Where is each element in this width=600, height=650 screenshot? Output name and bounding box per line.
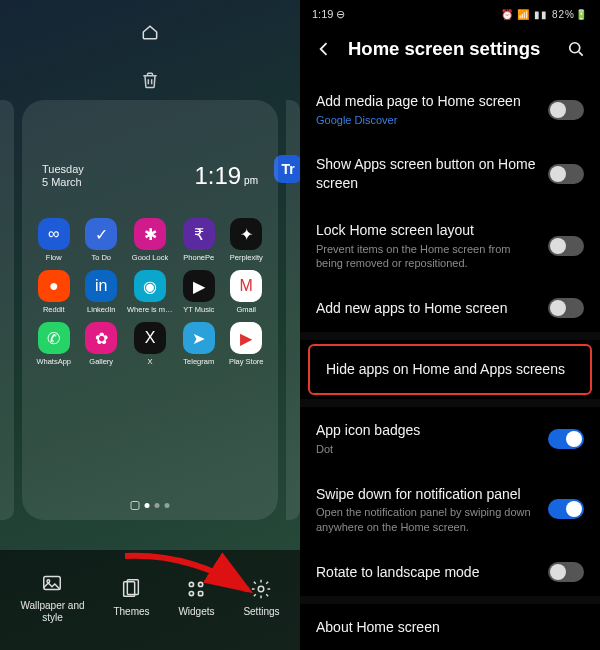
day-month: 5 March xyxy=(42,176,84,190)
clock-time: 1:19 xyxy=(194,162,241,189)
setting-row[interactable]: Add new apps to Home screen xyxy=(300,284,600,332)
toggle-switch[interactable] xyxy=(548,562,584,582)
setting-title: Swipe down for notification panel xyxy=(316,485,538,504)
app-grid: ∞Flow✓To Do✱Good Lock₹PhonePe✦Perplexity… xyxy=(32,218,268,366)
setting-row[interactable]: About Home screen xyxy=(300,604,600,650)
app-flow[interactable]: ∞Flow xyxy=(32,218,76,262)
setting-row[interactable]: Show Apps screen button on Home screen xyxy=(300,141,600,207)
app-gallery[interactable]: ✿Gallery xyxy=(80,322,124,366)
home-page-preview[interactable]: Tuesday 5 March 1:19pm ∞Flow✓To Do✱Good … xyxy=(22,100,278,520)
app-icon: ✿ xyxy=(85,322,117,354)
setting-title: App icon badges xyxy=(316,421,538,440)
svg-point-5 xyxy=(199,582,203,586)
app-label: Good Lock xyxy=(132,253,168,262)
setting-row[interactable]: Add media page to Home screenGoogle Disc… xyxy=(300,78,600,141)
setting-title: Lock Home screen layout xyxy=(316,221,538,240)
home-indicator-icon xyxy=(140,22,160,42)
svg-point-4 xyxy=(190,582,194,586)
editor-button-label: Settings xyxy=(243,606,279,618)
app-label: Flow xyxy=(46,253,62,262)
toggle-switch[interactable] xyxy=(548,236,584,256)
setting-subtitle: Google Discover xyxy=(316,113,538,127)
app-whatsapp[interactable]: ✆WhatsApp xyxy=(32,322,76,366)
app-label: To Do xyxy=(91,253,111,262)
clock-ampm: pm xyxy=(244,175,258,186)
settings-list: Add media page to Home screenGoogle Disc… xyxy=(300,78,600,650)
setting-subtitle: Dot xyxy=(316,442,538,456)
app-linkedin[interactable]: inLinkedIn xyxy=(80,270,124,314)
app-icon: ▶ xyxy=(230,322,262,354)
app-label: Where is my... xyxy=(127,305,173,314)
toggle-switch[interactable] xyxy=(548,298,584,318)
setting-subtitle: Prevent items on the Home screen from be… xyxy=(316,242,538,271)
setting-title: About Home screen xyxy=(316,618,584,637)
toggle-switch[interactable] xyxy=(548,499,584,519)
page-title: Home screen settings xyxy=(348,38,552,60)
page-indicator[interactable] xyxy=(131,501,170,510)
setting-row[interactable]: Swipe down for notification panelOpen th… xyxy=(300,471,600,548)
home-editor-pane: Tr Tuesday 5 March 1:19pm ∞Flow✓To Do✱Go… xyxy=(0,0,300,650)
widgets-icon xyxy=(185,578,207,600)
setting-subtitle: Open the notification panel by swiping d… xyxy=(316,505,538,534)
app-label: PhonePe xyxy=(183,253,214,262)
app-label: LinkedIn xyxy=(87,305,115,314)
search-icon[interactable] xyxy=(566,39,586,59)
svg-point-8 xyxy=(259,586,265,592)
status-bar: 1:19 ⊖ ⏰ 📶 ▮▮ 82%🔋 xyxy=(300,0,600,28)
setting-title: Show Apps screen button on Home screen xyxy=(316,155,538,193)
separator xyxy=(300,332,600,340)
app-icon: ● xyxy=(38,270,70,302)
editor-settings-button[interactable]: Settings xyxy=(243,578,279,618)
editor-themes-button[interactable]: Themes xyxy=(113,578,149,618)
prev-page-edge[interactable] xyxy=(0,100,14,520)
app-label: Telegram xyxy=(183,357,214,366)
themes-icon xyxy=(120,578,142,600)
date-widget: Tuesday 5 March xyxy=(42,163,84,191)
setting-row[interactable]: Rotate to landscape mode xyxy=(300,548,600,596)
toggle-switch[interactable] xyxy=(548,100,584,120)
app-yt-music[interactable]: ▶YT Music xyxy=(177,270,221,314)
trash-icon[interactable] xyxy=(140,70,160,90)
app-where-is-my-[interactable]: ◉Where is my... xyxy=(127,270,173,314)
separator xyxy=(300,596,600,604)
app-label: Perplexity xyxy=(230,253,263,262)
editor-widgets-button[interactable]: Widgets xyxy=(178,578,214,618)
app-gmail[interactable]: MGmail xyxy=(225,270,269,314)
setting-row[interactable]: App icon badgesDot xyxy=(300,407,600,470)
setting-row[interactable]: Hide apps on Home and Apps screens xyxy=(308,344,592,395)
app-telegram[interactable]: ➤Telegram xyxy=(177,322,221,366)
app-perplexity[interactable]: ✦Perplexity xyxy=(225,218,269,262)
app-icon: ✓ xyxy=(85,218,117,250)
app-icon: ✱ xyxy=(134,218,166,250)
battery-text: 82% xyxy=(552,9,575,20)
editor-bottom-bar: Wallpaper andstyleThemesWidgetsSettings xyxy=(0,550,300,650)
app-icon: ∞ xyxy=(38,218,70,250)
app-label: Reddit xyxy=(43,305,65,314)
app-phonepe[interactable]: ₹PhonePe xyxy=(177,218,221,262)
clock-widget: 1:19pm xyxy=(194,162,258,190)
toggle-switch[interactable] xyxy=(548,429,584,449)
app-play-store[interactable]: ▶Play Store xyxy=(225,322,269,366)
app-reddit[interactable]: ●Reddit xyxy=(32,270,76,314)
signal-icon: ▮▮ xyxy=(534,9,548,20)
editor-wallpaper-button[interactable]: Wallpaper andstyle xyxy=(20,572,84,624)
setting-title: Add media page to Home screen xyxy=(316,92,538,111)
app-icon: ▶ xyxy=(183,270,215,302)
editor-button-label: Widgets xyxy=(178,606,214,618)
app-x[interactable]: XX xyxy=(127,322,173,366)
toggle-switch[interactable] xyxy=(548,164,584,184)
network-icon: 📶 xyxy=(517,9,530,20)
back-icon[interactable] xyxy=(314,39,334,59)
settings-icon xyxy=(250,578,272,600)
app-good-lock[interactable]: ✱Good Lock xyxy=(127,218,173,262)
app-to-do[interactable]: ✓To Do xyxy=(80,218,124,262)
setting-title: Add new apps to Home screen xyxy=(316,299,538,318)
editor-button-label: Themes xyxy=(113,606,149,618)
app-icon: ◉ xyxy=(134,270,166,302)
alarm-icon: ⏰ xyxy=(501,9,514,20)
app-icon: ✦ xyxy=(230,218,262,250)
settings-header: Home screen settings xyxy=(300,28,600,78)
setting-row[interactable]: Lock Home screen layoutPrevent items on … xyxy=(300,207,600,284)
app-label: Gmail xyxy=(236,305,256,314)
svg-point-9 xyxy=(570,43,580,53)
